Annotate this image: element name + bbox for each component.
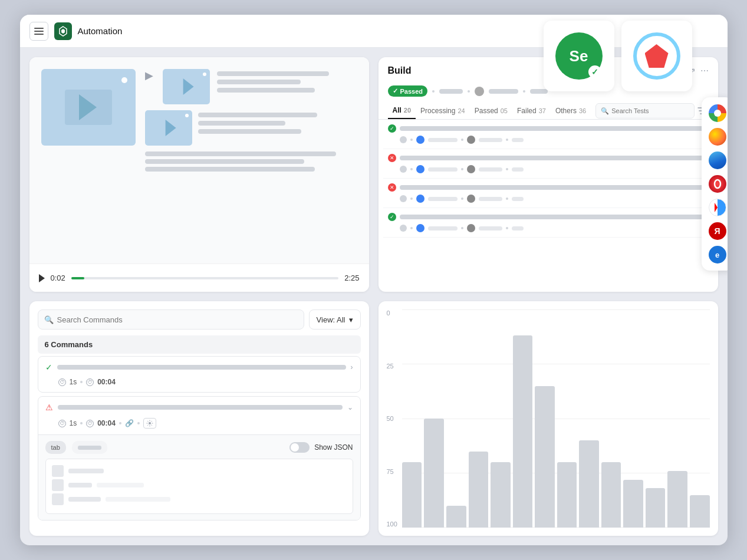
menu-button[interactable] [29,22,48,41]
ie-browser-icon[interactable]: e [707,245,728,265]
command-name-line2 [58,405,343,410]
selenium-icon: Se ✓ [555,32,603,80]
status-pass-icon: ✓ [388,124,396,133]
ruby-icon [633,32,680,80]
command-time2: 00:04 [97,378,116,386]
tab-passed[interactable]: Passed 05 [470,103,512,118]
command-expanded-content: tab Show JSON [38,434,360,520]
chart-bar [623,480,643,528]
list-item: ✓ › ⏱ 1s ⏱ 00:04 [38,356,361,393]
build-search[interactable]: 🔍 [595,103,694,118]
command-item-header[interactable]: ✓ › [38,357,360,378]
video-controls: 0:02 2:25 [29,263,369,292]
search-tests-input[interactable] [611,107,689,114]
table-row: ✕ [383,179,713,208]
chart-bar [469,452,489,528]
command-time4: 00:04 [97,419,116,427]
yandex-browser-icon[interactable]: Я [707,221,728,241]
chart-bar [424,419,444,528]
toggle-knob [291,443,299,452]
chevron-right-icon: › [351,363,353,371]
search-commands-input[interactable] [57,315,298,324]
opera-browser-icon[interactable] [707,174,728,194]
chart-bars [402,309,710,528]
command-meta-row: ⏱ 1s ⏱ 00:04 [38,378,360,392]
chart-y-axis: 100 75 50 25 0 [387,309,402,528]
video-small-thumb2[interactable] [145,110,192,146]
passed-badge: ✓ Passed [388,85,428,97]
status-pass-icon: ✓ [388,213,396,221]
chrome-browser-icon[interactable] [707,103,728,123]
chart-container: 100 75 50 25 0 [387,309,710,528]
progress-bar[interactable] [71,277,338,279]
commands-search-box[interactable]: 🔍 [38,309,304,330]
thumb-circle [121,77,127,83]
json-preview [45,459,353,514]
commands-search-row: 🔍 View: All ▾ [38,309,361,330]
duration-icon: ⏱ [86,378,94,386]
clock-icon2: ⏱ [58,420,66,427]
video-description [145,151,357,175]
logo [54,22,72,40]
status-fail-icon: ✕ [388,183,396,192]
more-icon[interactable]: ⋯ [700,66,709,75]
video-small-thumb1[interactable] [163,69,210,104]
command-meta-row2: ⏱ 1s ⏱ 00:04 🔗 [38,418,360,434]
link-icon: 🔗 [125,419,134,427]
play-button[interactable] [39,274,45,282]
tab-others[interactable]: Others 36 [551,103,591,118]
svg-rect-2 [34,34,44,35]
chart-bar [513,335,533,528]
test-list: ✓ [379,120,718,292]
tab-all[interactable]: All 20 [388,103,416,119]
chart-bar [557,462,577,528]
chart-bar [579,440,599,528]
chart-bar [690,495,710,528]
main-container: Se ✓ Automation [20,15,728,545]
tab-failed[interactable]: Failed 37 [512,103,551,118]
command-time3: 1s [70,419,77,427]
video-right-top: ▶ [145,69,357,104]
safari-browser-icon[interactable] [707,197,728,218]
chart-bar [667,471,687,528]
svg-rect-0 [34,28,44,29]
chart-bar [535,386,555,528]
browser-icons-panel: Я e [702,97,728,271]
chart-bar [601,462,621,528]
chart-bar [402,462,422,528]
app-title: Automation [78,26,123,36]
play-arrow-center: ▶ [145,69,156,82]
tab-pills: tab [45,441,107,454]
settings-icon[interactable] [143,418,156,429]
svg-point-3 [715,180,720,188]
chart-panel: 100 75 50 25 0 [379,301,718,536]
view-all-button[interactable]: View: All ▾ [309,309,361,330]
video-text-lines2 [198,110,357,146]
chevron-down-icon: ⌄ [347,403,353,411]
firefox-browser-icon[interactable] [707,127,728,147]
chart-bar [646,488,666,528]
video-text-lines [217,69,357,96]
commands-panel: 🔍 View: All ▾ 6 Commands ✓ › ⏱ 1s [29,301,369,536]
command-time1: 1s [70,378,77,386]
duration-icon2: ⏱ [86,420,94,427]
video-right-side: ▶ [145,69,357,252]
status-fail-icon: ✕ [388,154,396,162]
svg-point-4 [149,422,151,424]
time-total: 2:25 [344,274,359,282]
command-item-header2[interactable]: ⚠ ⌄ [38,397,360,418]
command-check-icon: ✓ [45,363,52,372]
selenium-card[interactable]: Se ✓ [544,21,614,91]
video-main-thumbnail[interactable] [41,69,136,146]
tab-pill-1[interactable]: tab [45,441,66,454]
tab-processing[interactable]: Processing 24 [416,103,470,118]
edge-browser-icon[interactable] [707,150,728,170]
table-row: ✕ [383,149,713,179]
ruby-card[interactable] [621,21,692,91]
build-title: Build [388,65,412,76]
time-current: 0:02 [51,274,65,282]
commands-count: 6 Commands [38,335,361,354]
show-json-label: Show JSON [314,443,353,452]
show-json-toggle[interactable] [289,442,310,453]
build-panel: Build ⇗ ⋯ ✓ Passed [379,57,718,292]
